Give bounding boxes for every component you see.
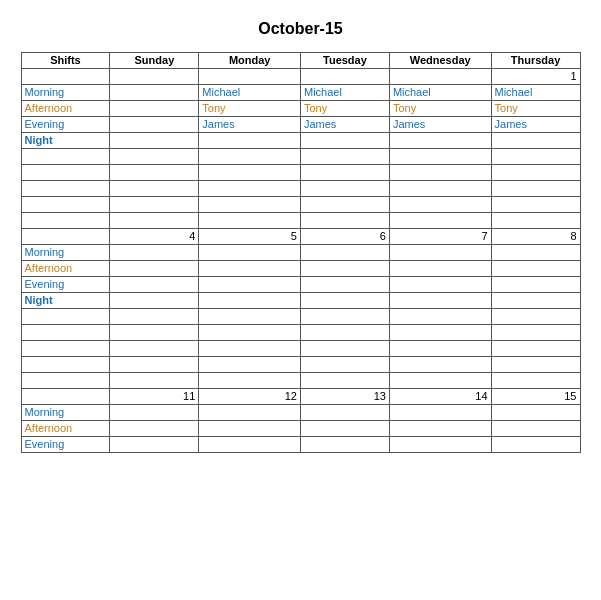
shift-label: Morning xyxy=(21,245,110,261)
empty-row xyxy=(21,373,580,389)
shift-row: Night xyxy=(21,293,580,309)
header-monday: Monday xyxy=(199,53,301,69)
empty-row xyxy=(21,149,580,165)
day-number-row: 1 xyxy=(21,69,580,85)
empty-row xyxy=(21,197,580,213)
shift-label: Night xyxy=(21,293,110,309)
shift-label: Morning xyxy=(21,85,110,101)
empty-row xyxy=(21,341,580,357)
shift-row: Morning xyxy=(21,245,580,261)
header-shifts: Shifts xyxy=(21,53,110,69)
empty-row xyxy=(21,309,580,325)
shift-row: Afternoon xyxy=(21,261,580,277)
shift-row: AfternoonTonyTonyTonyTony xyxy=(21,101,580,117)
empty-row xyxy=(21,325,580,341)
header-row: Shifts Sunday Monday Tuesday Wednesday T… xyxy=(21,53,580,69)
empty-row xyxy=(21,357,580,373)
empty-row xyxy=(21,181,580,197)
header-sunday: Sunday xyxy=(110,53,199,69)
schedule-table: Shifts Sunday Monday Tuesday Wednesday T… xyxy=(21,52,581,453)
header-tuesday: Tuesday xyxy=(300,53,389,69)
shift-label: Morning xyxy=(21,405,110,421)
shift-row: Afternoon xyxy=(21,421,580,437)
shift-row: EveningJamesJamesJamesJames xyxy=(21,117,580,133)
shift-row: Evening xyxy=(21,277,580,293)
empty-row xyxy=(21,213,580,229)
shift-label: Afternoon xyxy=(21,421,110,437)
empty-row xyxy=(21,165,580,181)
page-title: October-15 xyxy=(21,20,581,38)
shift-label: Evening xyxy=(21,277,110,293)
shift-row: Evening xyxy=(21,437,580,453)
shift-label: Afternoon xyxy=(21,101,110,117)
shift-row: MorningMichaelMichaelMichaelMichael xyxy=(21,85,580,101)
shift-label: Evening xyxy=(21,117,110,133)
page-container: October-15 Shifts Sunday Monday Tuesday … xyxy=(21,20,581,453)
day-number-row: 45678 xyxy=(21,229,580,245)
day-number-row: 1112131415 xyxy=(21,389,580,405)
shift-label: Afternoon xyxy=(21,261,110,277)
header-wednesday: Wednesday xyxy=(389,53,491,69)
shift-label: Evening xyxy=(21,437,110,453)
shift-label: Night xyxy=(21,133,110,149)
shift-row: Night xyxy=(21,133,580,149)
shift-row: Morning xyxy=(21,405,580,421)
header-thursday: Thursday xyxy=(491,53,580,69)
